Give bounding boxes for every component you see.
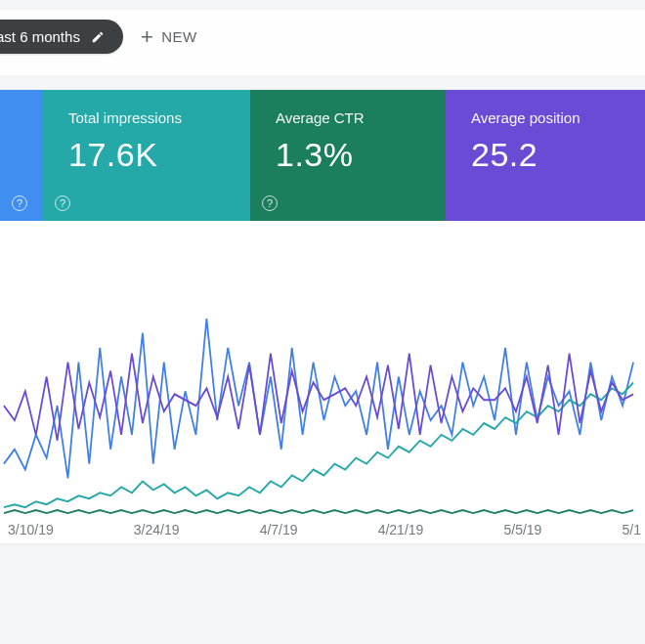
metric-label: Total impressions: [68, 109, 233, 126]
metric-label: Average position: [471, 109, 627, 126]
help-icon[interactable]: ?: [12, 195, 27, 211]
pencil-icon: [90, 29, 106, 45]
x-tick: 4/7/19: [260, 522, 298, 537]
chart-area: 3/10/193/24/194/7/194/21/195/5/195/1: [0, 221, 645, 543]
new-button-label: NEW: [161, 28, 197, 45]
metric-label: Average CTR: [276, 109, 428, 126]
metric-card-clicks[interactable]: ?: [0, 90, 43, 221]
toolbar: ast 6 months + NEW: [0, 10, 645, 75]
date-range-pill[interactable]: ast 6 months: [0, 20, 123, 54]
x-tick: 3/24/19: [134, 522, 180, 537]
x-tick: 5/5/19: [503, 522, 541, 537]
metric-card-impressions[interactable]: Total impressions 17.6K ?: [43, 90, 250, 221]
metrics-row: ? Total impressions 17.6K ? Average CTR …: [0, 90, 645, 221]
metric-card-ctr[interactable]: Average CTR 1.3% ?: [250, 90, 446, 221]
new-button[interactable]: + NEW: [141, 26, 197, 48]
help-icon[interactable]: ?: [262, 195, 278, 211]
chart-series: [4, 382, 633, 507]
x-tick: 4/21/19: [378, 522, 424, 537]
plus-icon: +: [141, 26, 153, 48]
x-tick: 5/1: [623, 522, 641, 537]
chart-series: [4, 319, 633, 478]
x-axis: 3/10/193/24/194/7/194/21/195/5/195/1: [0, 522, 645, 537]
help-icon[interactable]: ?: [55, 195, 70, 211]
metric-value: 25.2: [471, 136, 627, 174]
report-panel: ? Total impressions 17.6K ? Average CTR …: [0, 89, 645, 543]
metric-value: 17.6K: [68, 136, 233, 174]
x-tick: 3/10/19: [8, 522, 54, 537]
line-chart: [0, 221, 637, 543]
date-range-label: ast 6 months: [0, 28, 80, 45]
metric-value: 1.3%: [276, 136, 428, 174]
metric-card-position[interactable]: Average position 25.2: [446, 90, 645, 221]
chart-series: [4, 510, 633, 513]
